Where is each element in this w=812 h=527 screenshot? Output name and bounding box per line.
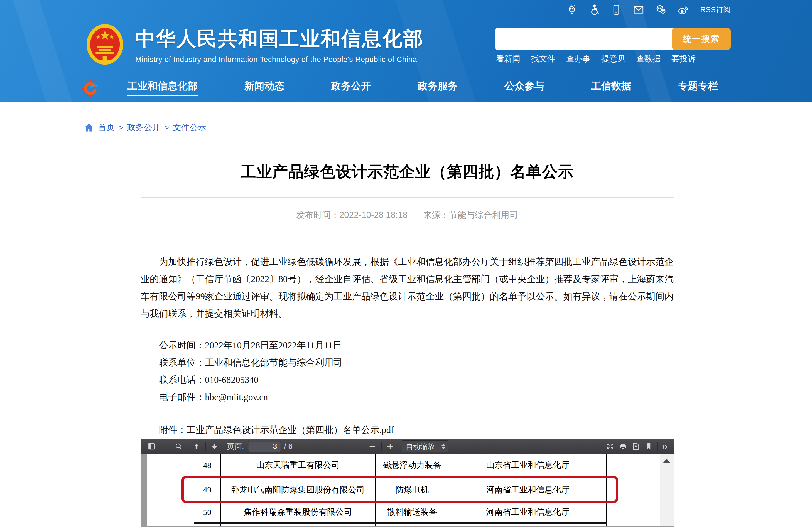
page-down-icon[interactable] xyxy=(208,440,221,452)
pdf-page: 48 山东天瑞重工有限公司 磁悬浮动力装备 山东省工业和信息化厅 49 卧龙电气… xyxy=(147,454,660,526)
cell-product: 散料输送装备 xyxy=(375,502,449,522)
zoom-in-icon[interactable]: + xyxy=(384,441,397,452)
toolbar-separator xyxy=(205,442,206,451)
quick-link-news[interactable]: 看新闻 xyxy=(496,54,520,64)
cell-company: 卧龙电气南阳防爆集团股份有限公司 xyxy=(220,478,375,501)
accessibility-icon[interactable] xyxy=(588,3,600,16)
cell-authority: 山东省工业和信息化厅 xyxy=(449,454,607,478)
nav-item-special[interactable]: 专题专栏 xyxy=(678,79,718,96)
attachment-line: 附件：工业产品绿色设计示范企业（第四批）名单公示.pdf xyxy=(141,421,673,439)
breadcrumb-home[interactable]: 首页 xyxy=(98,122,115,133)
cell-company: 山东天瑞重工有限公司 xyxy=(220,454,375,478)
article-meta: 发布时间：2022-10-28 18:18来源：节能与综合利用司 xyxy=(141,209,673,221)
source-value: 节能与综合利用司 xyxy=(449,210,518,220)
table-row: 48 山东天瑞重工有限公司 磁悬浮动力装备 山东省工业和信息化厅 xyxy=(194,454,607,478)
article-body: 为加快推行绿色设计，促进工业绿色低碳循环发展，根据《工业和信息化部办公厅关于组织… xyxy=(141,253,673,439)
attachment-pdf-link[interactable]: 工业产品绿色设计示范企业（第四批）名单公示.pdf xyxy=(187,425,394,435)
cell-authority: 河南省工业和信息化厅 xyxy=(449,478,607,501)
toolbar-separator xyxy=(381,442,382,451)
nav-item-gov-services[interactable]: 政务服务 xyxy=(418,79,458,96)
mobile-icon[interactable] xyxy=(610,3,623,16)
page-total: / 6 xyxy=(284,442,293,451)
cell-company: 焦作科瑞森重装股份有限公司 xyxy=(220,502,375,522)
pdf-scrollbar[interactable] xyxy=(660,454,673,526)
site-title-cn: 中华人民共和国工业和信息化部 xyxy=(135,26,424,52)
nav-item-data[interactable]: 工信数据 xyxy=(591,79,631,96)
quick-link-data[interactable]: 查数据 xyxy=(636,54,661,64)
zoom-select-arrows-icon xyxy=(441,443,445,449)
page-up-icon[interactable] xyxy=(190,440,203,452)
search-input[interactable] xyxy=(495,28,675,50)
article: 工业产品绿色设计示范企业（第四批）名单公示 发布时间：2022-10-28 18… xyxy=(141,102,673,439)
quick-link-complaint[interactable]: 要投诉 xyxy=(671,54,696,64)
unified-search-button[interactable]: 统一搜索 xyxy=(672,28,731,50)
quick-link-services[interactable]: 查办事 xyxy=(566,54,591,64)
bookmark-icon[interactable] xyxy=(642,440,655,452)
toolbar-separator xyxy=(657,442,658,451)
nav-item-news[interactable]: 新闻动态 xyxy=(244,79,285,96)
table-row: 50 焦作科瑞森重装股份有限公司 散料输送装备 河南省工业和信息化厅 xyxy=(194,502,607,524)
cell-num: 48 xyxy=(194,454,220,478)
pdf-table: 48 山东天瑞重工有限公司 磁悬浮动力装备 山东省工业和信息化厅 49 卧龙电气… xyxy=(194,454,607,526)
site-title-en: Ministry of Industry and Information Tec… xyxy=(135,55,424,64)
miit-swirl-icon xyxy=(82,79,99,97)
cell-num: 49 xyxy=(194,478,220,501)
contact-phone-line: 联系电话：010-68205340 xyxy=(159,371,673,389)
publish-time-value: 2022-10-28 18:18 xyxy=(339,210,407,220)
article-paragraph: 为加快推行绿色设计，促进工业绿色低碳循环发展，根据《工业和信息化部办公厅关于组织… xyxy=(141,253,673,322)
contact-unit-line: 联系单位：工业和信息化部节能与综合利用司 xyxy=(159,354,673,371)
cell-product: 磁悬浮动力装备 xyxy=(375,454,449,478)
publicity-period-line: 公示时间：2022年10月28日至2022年11月11日 xyxy=(159,337,673,354)
page-title: 工业产品绿色设计示范企业（第四批）名单公示 xyxy=(141,161,673,182)
contact-email-line: 电子邮件：hbc@miit.gov.cn xyxy=(159,389,673,406)
zoom-mode-value: 自动缩放 xyxy=(406,442,435,451)
breadcrumb-separator: > xyxy=(119,123,123,132)
zoom-mode-select[interactable]: 自动缩放 xyxy=(402,440,448,452)
scroll-up-icon[interactable] xyxy=(663,459,670,463)
quick-link-suggest[interactable]: 提意见 xyxy=(601,54,625,64)
publish-time-label: 发布时间： xyxy=(296,210,339,220)
print-icon[interactable] xyxy=(617,440,629,452)
site-header: 中华人民共和国工业和信息化部 Ministry of Industry and … xyxy=(0,0,812,102)
weibo-icon[interactable] xyxy=(677,3,690,16)
rss-subscribe-link[interactable]: RSS订阅 xyxy=(700,5,731,15)
title-divider xyxy=(141,197,673,197)
presentation-mode-icon[interactable] xyxy=(604,440,617,452)
search-bar: 统一搜索 xyxy=(495,28,731,50)
pdf-toolbar: 页面: / 6 − + 自动缩放 xyxy=(141,439,673,454)
sidebar-toggle-icon[interactable] xyxy=(145,440,158,452)
nav-items: 工业和信息化部 新闻动态 政务公开 政务服务 公众参与 工信数据 专题专栏 xyxy=(128,79,718,96)
more-tools-icon[interactable]: » xyxy=(660,441,669,452)
home-icon[interactable] xyxy=(84,123,94,133)
cell-product: 防爆电机 xyxy=(375,478,449,501)
zoom-out-icon[interactable]: − xyxy=(366,441,379,452)
national-emblem-icon xyxy=(85,24,125,66)
attachment-label: 附件： xyxy=(159,425,187,435)
header-utility-icons: RSS订阅 xyxy=(565,3,731,16)
nav-item-miit[interactable]: 工业和信息化部 xyxy=(128,79,198,96)
mail-icon[interactable] xyxy=(632,3,645,16)
download-icon[interactable] xyxy=(629,440,642,452)
main-nav: 工业和信息化部 新闻动态 政务公开 政务服务 公众参与 工信数据 专题专栏 xyxy=(0,73,812,102)
cell-num: 50 xyxy=(194,502,220,522)
page-label: 页面: xyxy=(227,441,244,451)
contact-block: 公示时间：2022年10月28日至2022年11月11日 联系单位：工业和信息化… xyxy=(141,337,673,406)
source-label: 来源： xyxy=(423,210,449,220)
robot-icon[interactable] xyxy=(565,3,578,16)
wechat-icon[interactable] xyxy=(654,3,667,16)
pdf-page-area: 48 山东天瑞重工有限公司 磁悬浮动力装备 山东省工业和信息化厅 49 卧龙电气… xyxy=(141,454,673,526)
table-row-partial xyxy=(194,524,607,526)
page-number-input[interactable] xyxy=(248,441,281,452)
search-icon[interactable] xyxy=(172,440,185,452)
page: 中华人民共和国工业和信息化部 Ministry of Industry and … xyxy=(0,0,812,527)
cell-authority: 河南省工业和信息化厅 xyxy=(449,502,607,522)
nav-item-gov-open[interactable]: 政务公开 xyxy=(331,79,371,96)
table-row-highlighted: 49 卧龙电气南阳防爆集团股份有限公司 防爆电机 河南省工业和信息化厅 xyxy=(194,478,607,502)
quick-link-files[interactable]: 找文件 xyxy=(531,54,555,64)
quick-links: 看新闻 找文件 查办事 提意见 查数据 要投诉 xyxy=(496,54,696,64)
nav-item-public[interactable]: 公众参与 xyxy=(504,79,545,96)
site-logo[interactable]: 中华人民共和国工业和信息化部 Ministry of Industry and … xyxy=(85,24,424,66)
pdf-viewer: 页面: / 6 − + 自动缩放 xyxy=(141,439,673,527)
